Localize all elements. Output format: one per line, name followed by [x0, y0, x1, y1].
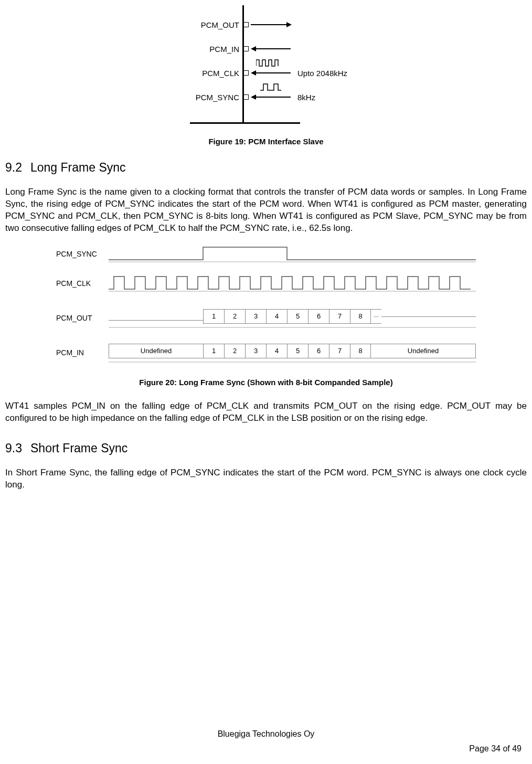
pcm-in-undef-post: Undefined [371, 344, 476, 358]
timing-label-clk: PCM_CLK [56, 279, 104, 289]
bit-cell: 8 [350, 344, 371, 358]
bit-cell: 2 [224, 344, 245, 358]
para-9-3: In Short Frame Sync, the falling edge of… [5, 467, 527, 491]
bit-cell: 5 [287, 309, 308, 324]
sync-waveform-icon [109, 245, 476, 263]
secnum-9-3: 9.3 [5, 440, 30, 457]
note-sync-freq: 8kHz [297, 92, 315, 103]
bit-cell: 1 [203, 344, 224, 358]
footer-page: Page 34 of 49 [469, 743, 522, 755]
bit-cell: 2 [224, 309, 245, 324]
heading-9-3: 9.3Short Frame Sync [5, 440, 527, 457]
timing-label-in: PCM_IN [56, 348, 104, 358]
sectitle-9-2: Long Frame Sync [30, 161, 126, 174]
clk-wave-icon [256, 59, 284, 67]
timing-label-sync: PCM_SYNC [56, 249, 104, 259]
bit-cell: 6 [308, 309, 329, 324]
bit-cell: 3 [245, 309, 266, 324]
heading-9-2: 9.2Long Frame Sync [5, 160, 527, 176]
secnum-9-2: 9.2 [5, 160, 30, 176]
bit-cell: 4 [266, 309, 287, 324]
figure-19-diagram: PCM_OUT PCM_IN PCM_CLK Upto 2048kHz PCM_… [5, 5, 527, 131]
label-pcm-in: PCM_IN [155, 44, 239, 55]
bit-cell: 8 [350, 309, 371, 324]
para-after-fig20: WT41 samples PCM_IN on the falling edge … [5, 400, 527, 425]
figure-19-caption: Figure 19: PCM Interface Slave [5, 136, 527, 147]
note-clk-freq: Upto 2048kHz [297, 68, 347, 79]
footer-company: Bluegiga Technologies Oy [5, 728, 527, 740]
para-9-2: Long Frame Sync is the name given to a c… [5, 186, 527, 235]
clk-waveform-icon [109, 274, 476, 292]
bit-cell: 6 [308, 344, 329, 358]
pcm-in-bits: 12345678 [203, 344, 371, 358]
bit-cell: 5 [287, 344, 308, 358]
bit-cell: 4 [266, 344, 287, 358]
bit-cell: 7 [329, 309, 350, 324]
figure-20-caption: Figure 20: Long Frame Sync (Shown with 8… [5, 377, 527, 388]
pcm-in-undef-pre: Undefined [109, 344, 203, 358]
figure-20-diagram: PCM_SYNC PCM_CLK PCM_OUT 12345678 ···· P… [56, 245, 476, 373]
pcm-out-bits: 12345678 [203, 309, 371, 324]
bit-cell: 3 [245, 344, 266, 358]
label-pcm-clk: PCM_CLK [155, 68, 239, 79]
timing-label-out: PCM_OUT [56, 313, 104, 323]
label-pcm-out: PCM_OUT [155, 20, 239, 30]
label-pcm-sync: PCM_SYNC [155, 92, 239, 103]
bit-cell: 1 [203, 309, 224, 324]
sectitle-9-3: Short Frame Sync [30, 441, 127, 455]
bit-cell: 7 [329, 344, 350, 358]
sync-wave-icon [260, 83, 286, 91]
